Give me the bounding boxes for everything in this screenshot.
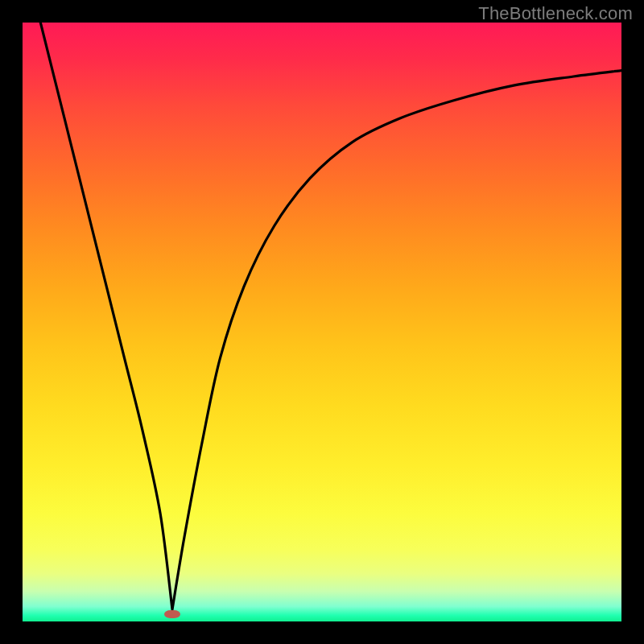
bottleneck-curve [23,23,621,621]
optimum-marker [164,610,180,618]
watermark-text: TheBottleneck.com [478,3,633,24]
plot-area [23,23,621,621]
chart-frame: TheBottleneck.com [0,0,644,644]
